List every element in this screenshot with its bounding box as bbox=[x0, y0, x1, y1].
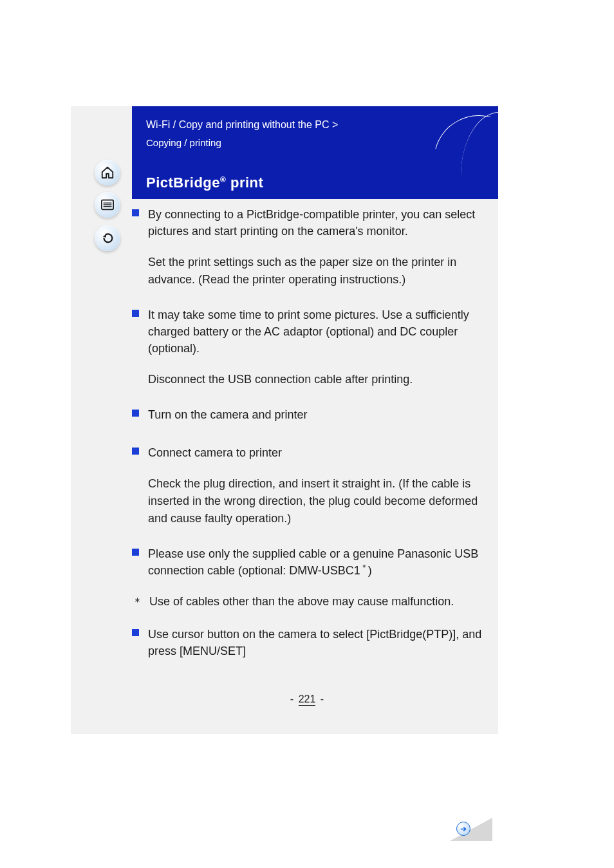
footnote: ＊ Use of cables other than the above may… bbox=[132, 593, 492, 610]
list-item: It may take some time to print some pict… bbox=[132, 307, 492, 357]
page-header: Wi-Fi / Copy and printing without the PC… bbox=[132, 106, 498, 199]
header-subnav: Copying / printing bbox=[146, 137, 221, 148]
bullet-icon bbox=[132, 310, 139, 317]
bullet-icon bbox=[132, 410, 139, 417]
content-body: By connecting to a PictBridge-compatible… bbox=[132, 206, 492, 674]
registered-mark: ® bbox=[220, 175, 226, 184]
page-title: PictBridge® print bbox=[146, 175, 263, 191]
footnote-text: Use of cables other than the above may c… bbox=[149, 593, 454, 610]
breadcrumb-prefix: Wi-Fi / Copy and printing without the PC bbox=[146, 119, 330, 130]
next-arrow-icon bbox=[460, 825, 468, 833]
bullet-icon bbox=[132, 448, 139, 455]
item-description: Check the plug direction, and insert it … bbox=[148, 475, 492, 527]
item-title: Please use only the supplied cable or a … bbox=[148, 545, 492, 579]
next-page-corner[interactable] bbox=[450, 818, 492, 841]
breadcrumb: Wi-Fi / Copy and printing without the PC… bbox=[146, 119, 338, 131]
page-number-value: 221 bbox=[299, 693, 316, 706]
home-icon bbox=[100, 165, 115, 180]
title-suffix: print bbox=[226, 175, 263, 191]
title-prefix: PictBridge bbox=[146, 175, 220, 191]
bullet-icon bbox=[132, 629, 139, 636]
back-icon bbox=[100, 231, 115, 245]
footnote-mark: ＊ bbox=[132, 594, 143, 609]
item-title: Use cursor button on the camera to selec… bbox=[148, 626, 492, 659]
bullet-icon bbox=[132, 209, 139, 216]
item-title: Turn on the camera and printer bbox=[148, 406, 307, 423]
list-item: Use cursor button on the camera to selec… bbox=[132, 626, 492, 659]
breadcrumb-sep: > bbox=[330, 119, 339, 130]
item-title: Connect camera to printer bbox=[148, 444, 282, 461]
list-item: Turn on the camera and printer bbox=[132, 406, 492, 423]
page-number: - 221 - bbox=[0, 693, 614, 705]
home-button[interactable] bbox=[95, 160, 120, 185]
bullet-icon bbox=[132, 549, 139, 556]
menu-icon bbox=[100, 198, 115, 212]
item-title: It may take some time to print some pict… bbox=[148, 307, 492, 357]
item-description: Set the print settings such as the paper… bbox=[148, 254, 492, 288]
back-button[interactable] bbox=[95, 225, 120, 251]
list-item: By connecting to a PictBridge-compatible… bbox=[132, 206, 492, 240]
menu-button[interactable] bbox=[95, 192, 120, 218]
list-item: Please use only the supplied cable or a … bbox=[132, 545, 492, 579]
footnote-star: ＊ bbox=[360, 563, 368, 572]
item-title: By connecting to a PictBridge-compatible… bbox=[148, 206, 492, 240]
next-arrow-button[interactable] bbox=[456, 822, 470, 836]
item-description: Disconnect the USB connection cable afte… bbox=[148, 371, 492, 388]
list-item: Connect camera to printer bbox=[132, 444, 492, 461]
